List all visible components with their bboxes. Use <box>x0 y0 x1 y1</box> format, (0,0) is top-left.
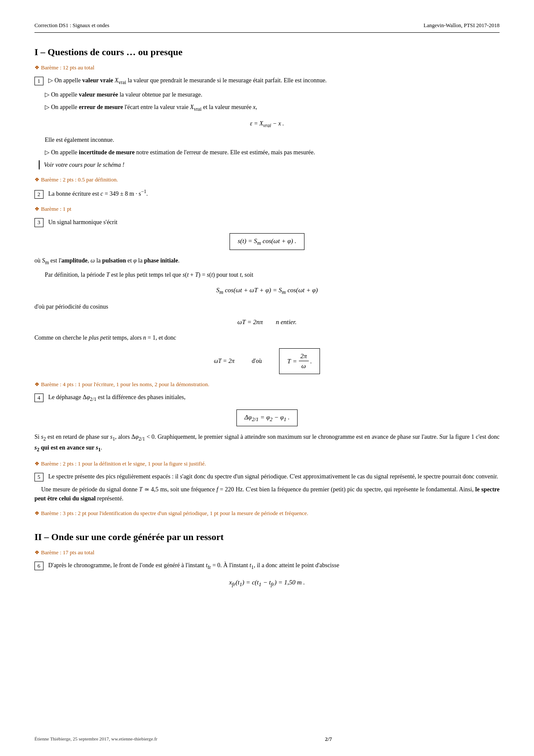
q4-num: 4 <box>34 394 43 402</box>
page-footer: Étienne Thiébierge, 25 septembre 2017, w… <box>0 735 534 744</box>
q1-num: 1 <box>34 77 43 85</box>
bareme-5: Barème : 3 pts : 2 pt pour l'identificat… <box>34 509 500 518</box>
bareme-section2: Barème : 17 pts au total <box>34 548 500 557</box>
page: Correction DS1 : Signaux et ondes Langev… <box>0 0 534 756</box>
q3-formula4: ωT = 2π d'où T = 2π ω . <box>34 348 500 374</box>
q1-formula: ε = Xvrai − x . <box>34 119 500 129</box>
q4-text1: 4 Le déphasage Δφ2/1 est la différence d… <box>34 393 500 403</box>
question-5: 5 Le spectre présente des pics régulière… <box>34 472 500 503</box>
header-left: Correction DS1 : Signaux et ondes <box>34 22 109 30</box>
q6-num: 6 <box>34 562 43 570</box>
q3-text6: Comme on cherche le plus petit temps, al… <box>34 333 500 342</box>
q3-text5: d'où par périodicité du cosinus <box>34 302 500 311</box>
q6-formula: xfr(t1) = c(t1 − tfr) = 1,50 m . <box>34 578 500 589</box>
bareme-4: Barème : 2 pts : 1 pour la définition et… <box>34 459 500 468</box>
q5-num: 5 <box>34 473 43 481</box>
q1-text5: Elle est également inconnue. <box>45 135 500 144</box>
question-6: 6 D'après le chronogramme, le front de l… <box>34 561 500 588</box>
footer-center: 2/7 <box>325 735 332 744</box>
footer-left: Étienne Thiébierge, 25 septembre 2017, w… <box>34 735 158 743</box>
question-1: 1 ▷ On appelle valeur vraie Xvrai la val… <box>34 76 500 169</box>
q5-text1: 5 Le spectre présente des pics régulière… <box>34 472 500 481</box>
q1-bullet4: ▷ On appelle incertitude de mesure notre… <box>45 148 500 157</box>
q6-text1: 6 D'après le chronogramme, le front de l… <box>34 561 500 571</box>
q3-text2: où Sm est l'amplitude, ω la pulsation et… <box>34 256 500 266</box>
q2-text: 2 La bonne écriture est c = 349 ± 8 m · … <box>34 188 500 199</box>
section-2: II – Onde sur une corde générée par un r… <box>34 530 500 544</box>
q3-num: 3 <box>34 218 43 227</box>
q4-text3: Si s2 est en retard de phase sur s1, alo… <box>34 432 500 453</box>
q1-bullet2: ▷ On appelle valeur mesurée la valeur ob… <box>45 90 500 99</box>
q3-text1: 3 Un signal harmonique s'écrit <box>34 218 500 227</box>
bareme-3: Barème : 4 pts : 1 pour l'écriture, 1 po… <box>34 380 500 389</box>
bareme-1: Barème : 2 pts : 0.5 par définition. <box>34 175 500 184</box>
q3-formula2: Sm cos(ωt + ωT + φ) = Sm cos(ωt + φ) <box>34 285 500 297</box>
page-header: Correction DS1 : Signaux et ondes Langev… <box>34 22 500 33</box>
section-1: I – Questions de cours … ou presque <box>34 45 500 59</box>
bareme-2: Barème : 1 pt <box>34 205 500 213</box>
question-2: 2 La bonne écriture est c = 349 ± 8 m · … <box>34 188 500 199</box>
question-3: 3 Un signal harmonique s'écrit s(t) = Sm… <box>34 218 500 374</box>
section-1-title: I – Questions de cours … ou presque <box>34 45 500 59</box>
q1-bullet3: ▷ On appelle erreur de mesure l'écart en… <box>45 103 500 113</box>
q1-text: 1 ▷ On appelle valeur vraie Xvrai la val… <box>34 76 500 86</box>
q4-formula: Δφ2/1 = φ2 − φ1 . <box>34 409 500 427</box>
q5-text2: Une mesure de période du signal donne T … <box>34 485 500 503</box>
q3-text4: Par définition, la période T est le plus… <box>45 270 500 279</box>
bareme-section1: Barème : 12 pts au total <box>34 63 500 72</box>
q3-formula1: s(t) = Sm cos(ωt + φ) . <box>34 233 500 250</box>
q2-num: 2 <box>34 190 43 199</box>
question-4: 4 Le déphasage Δφ2/1 est la différence d… <box>34 393 500 453</box>
q1-leftbar: Voir votre cours pour le schéma ! <box>39 160 500 169</box>
header-right: Langevin-Wallon, PTSI 2017-2018 <box>424 22 500 30</box>
section-2-title: II – Onde sur une corde générée par un r… <box>34 530 500 544</box>
q3-formula3: ωT = 2nπ n entier. <box>34 317 500 327</box>
